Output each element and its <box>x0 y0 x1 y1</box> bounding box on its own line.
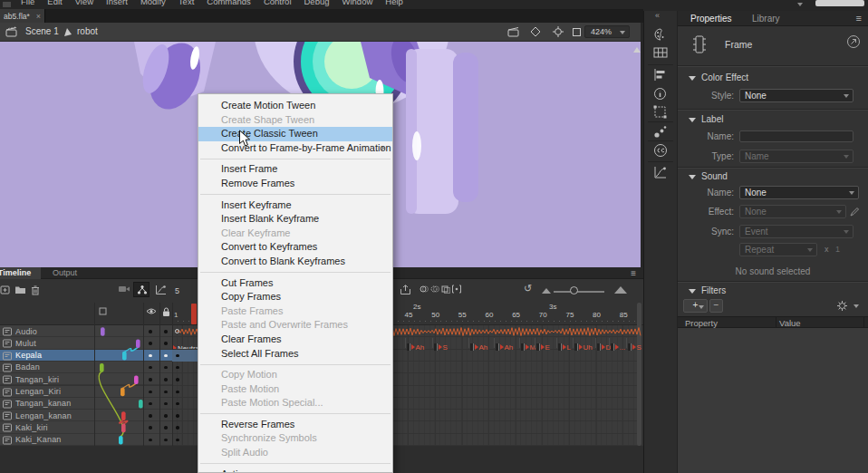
context-menu-item-insert-frame[interactable]: Insert Frame <box>198 162 392 177</box>
lock-dot[interactable] <box>164 439 168 442</box>
new-folder-icon[interactable] <box>14 285 26 294</box>
filter-options-gear-icon[interactable] <box>836 300 848 312</box>
frame-label-ah[interactable]: Ah <box>468 338 487 348</box>
onion-skin-outline-icon[interactable] <box>430 285 439 294</box>
parent-pill-tangan-kiri[interactable] <box>134 375 139 384</box>
collapse-panels-icon[interactable]: « <box>655 11 659 20</box>
visibility-dot[interactable] <box>149 330 152 333</box>
properties-panel-menu-icon[interactable]: ≡ <box>856 13 862 24</box>
collapse-triangle-icon[interactable] <box>689 289 696 294</box>
menu-edit[interactable]: Edit <box>41 0 68 8</box>
parent-pill-audio[interactable] <box>101 327 105 336</box>
visibility-dot[interactable] <box>149 378 152 381</box>
timeline-zoom-knob[interactable] <box>570 286 578 294</box>
visibility-dot[interactable] <box>149 391 152 394</box>
keyframe-dot[interactable] <box>176 378 179 381</box>
frame-label-ah[interactable]: Ah <box>494 338 513 348</box>
keyframe-dot[interactable] <box>176 366 179 370</box>
frame-label-s[interactable]: S <box>432 338 448 348</box>
style-dropdown[interactable]: None <box>739 89 854 102</box>
lock-dot[interactable] <box>164 414 168 418</box>
visibility-dot[interactable] <box>149 426 152 430</box>
frame-label-l[interactable]: L <box>556 338 571 348</box>
visibility-dot[interactable] <box>149 402 152 406</box>
parent-pill-kaki-kiri[interactable] <box>121 424 126 433</box>
parent-pill-kaki-kanan[interactable] <box>119 436 123 445</box>
cc-libraries-icon[interactable] <box>653 143 668 158</box>
menu-file[interactable]: File <box>14 0 41 8</box>
menu-view[interactable]: View <box>69 0 100 8</box>
swatches-icon[interactable] <box>653 46 668 59</box>
visibility-dot[interactable] <box>149 354 152 358</box>
menu-control[interactable]: Control <box>257 0 298 8</box>
menu-window[interactable]: Window <box>336 0 380 8</box>
onion-skin-icon[interactable] <box>420 285 429 294</box>
modify-markers-icon[interactable] <box>452 285 461 294</box>
context-menu-item-create-motion-tween[interactable]: Create Motion Tween <box>198 99 392 113</box>
loop-playback-icon[interactable]: ↺ <box>524 283 532 294</box>
menu-modify[interactable]: Modify <box>134 0 172 8</box>
keyframe-hollow[interactable] <box>175 329 179 333</box>
chevron-down-icon[interactable] <box>854 304 859 308</box>
clip-content-icon[interactable] <box>572 27 582 37</box>
section-label[interactable]: Label <box>701 114 723 124</box>
section-color-effect[interactable]: Color Effect <box>701 72 748 82</box>
keyframe-dot[interactable] <box>176 426 179 430</box>
playhead[interactable] <box>191 304 197 324</box>
lock-dot[interactable] <box>164 378 168 381</box>
info-panel-icon[interactable] <box>653 87 667 101</box>
delete-layer-icon[interactable] <box>31 285 40 295</box>
context-menu-item-clear-frames[interactable]: Clear Frames <box>198 333 392 347</box>
tab-timeline[interactable]: Timeline <box>0 267 41 279</box>
accessibility-icon[interactable] <box>846 34 861 49</box>
label-name-input[interactable] <box>739 130 854 142</box>
frame-label-e[interactable]: E <box>535 338 550 348</box>
tab-output[interactable]: Output <box>45 267 84 279</box>
keyframe-dot[interactable] <box>176 439 179 442</box>
workspace-chevron-icon[interactable] <box>797 3 803 6</box>
graph-editor-icon[interactable] <box>155 285 167 295</box>
breadcrumb-scene[interactable]: Scene 1 <box>25 26 59 36</box>
collapse-triangle-icon[interactable] <box>689 118 696 122</box>
lock-dot[interactable] <box>164 426 168 430</box>
edit-scene-icon[interactable] <box>5 26 18 37</box>
frame-label-m[interactable]: M <box>519 338 535 348</box>
context-menu-item-insert-blank-keyframe[interactable]: Insert Blank Keyframe <box>198 212 392 227</box>
context-menu-item-remove-frames[interactable]: Remove Frames <box>198 177 392 191</box>
color-panel-icon[interactable] <box>653 27 668 42</box>
document-tab[interactable]: ab5.fla* × <box>0 9 45 23</box>
timeline-panel-menu-icon[interactable]: ≡ <box>631 267 636 279</box>
collapse-triangle-icon[interactable] <box>689 76 696 81</box>
parent-pill-badan[interactable] <box>100 363 104 372</box>
lock-dot[interactable] <box>164 402 168 406</box>
parent-pill-lengan-kanan[interactable] <box>121 411 126 420</box>
context-menu-item-convert-to-blank-keyframes[interactable]: Convert to Blank Keyframes <box>198 255 392 269</box>
section-sound[interactable]: Sound <box>701 171 728 181</box>
menu-help[interactable]: Help <box>379 0 410 8</box>
breadcrumb-symbol[interactable]: robot <box>77 26 98 36</box>
visibility-dot[interactable] <box>149 366 152 370</box>
stage-zoom-select[interactable]: 424% <box>584 25 630 38</box>
close-tab-icon[interactable]: × <box>36 12 41 21</box>
add-filter-button[interactable]: + <box>683 299 708 313</box>
visibility-dot[interactable] <box>149 439 152 442</box>
menu-commands[interactable]: Commands <box>200 0 257 8</box>
parent-pill-tangan-kanan[interactable] <box>139 400 143 409</box>
keyframe-dot[interactable] <box>176 414 179 418</box>
add-camera-icon[interactable] <box>118 285 130 294</box>
frame-label-uh[interactable]: Uh <box>573 338 593 348</box>
keyframe-dot[interactable] <box>176 354 179 358</box>
lock-dot[interactable] <box>164 354 168 358</box>
parent-pill-lengan-kiri[interactable] <box>121 388 125 397</box>
frame-label-s[interactable]: S <box>626 338 641 348</box>
menu-debug[interactable]: Debug <box>298 0 336 8</box>
context-menu-item-copy-frames[interactable]: Copy Frames <box>198 290 392 304</box>
section-filters[interactable]: Filters <box>701 285 726 295</box>
shrink-timeline-icon[interactable] <box>542 288 551 294</box>
context-menu-item-reverse-frames[interactable]: Reverse Frames <box>198 418 392 432</box>
parent-pill-mulut[interactable] <box>136 340 140 349</box>
keyframe-dot[interactable] <box>176 402 179 406</box>
filters-table-body[interactable] <box>678 328 868 473</box>
timeline-scrollbar[interactable] <box>637 303 641 446</box>
edit-symbols-button-icon[interactable] <box>530 26 541 37</box>
